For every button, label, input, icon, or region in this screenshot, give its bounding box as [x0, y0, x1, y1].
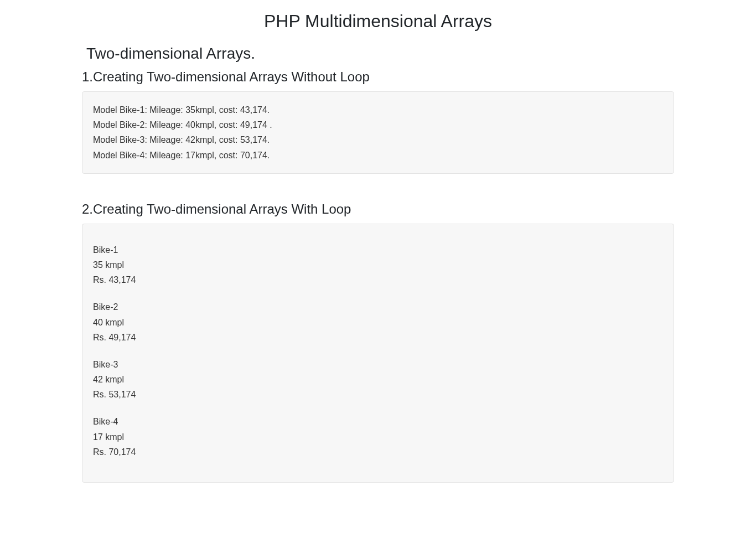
bike-cost: Rs. 70,174	[93, 444, 663, 459]
section-heading-with-loop: 2.Creating Two-dimensional Arrays With L…	[82, 201, 674, 217]
section-heading-without-loop: 1.Creating Two-dimensional Arrays Withou…	[82, 69, 674, 85]
page-title: PHP Multidimensional Arrays	[82, 11, 674, 32]
output-well-with-loop: Bike-1 35 kmpl Rs. 43,174 Bike-2 40 kmpl…	[82, 224, 674, 483]
output-line: Model Bike-1: Mileage: 35kmpl, cost: 43,…	[93, 102, 663, 117]
bike-model: Bike-4	[93, 414, 663, 429]
bike-cost: Rs. 43,174	[93, 272, 663, 287]
page-subtitle: Two-dimensional Arrays.	[86, 45, 674, 63]
bike-mileage: 35 kmpl	[93, 257, 663, 272]
main-container: PHP Multidimensional Arrays Two-dimensio…	[74, 11, 682, 483]
bike-model: Bike-3	[93, 357, 663, 372]
output-line: Model Bike-4: Mileage: 17kmpl, cost: 70,…	[93, 148, 663, 163]
bike-model: Bike-2	[93, 299, 663, 314]
bike-block: Bike-3 42 kmpl Rs. 53,174	[93, 357, 663, 402]
output-well-without-loop: Model Bike-1: Mileage: 35kmpl, cost: 43,…	[82, 91, 674, 174]
bike-cost: Rs. 53,174	[93, 387, 663, 402]
bike-cost: Rs. 49,174	[93, 330, 663, 345]
bike-block: Bike-2 40 kmpl Rs. 49,174	[93, 299, 663, 345]
output-line: Model Bike-3: Mileage: 42kmpl, cost: 53,…	[93, 132, 663, 147]
bike-mileage: 17 kmpl	[93, 430, 663, 444]
bike-mileage: 42 kmpl	[93, 372, 663, 387]
output-line: Model Bike-2: Mileage: 40kmpl, cost: 49,…	[93, 117, 663, 132]
bike-block: Bike-4 17 kmpl Rs. 70,174	[93, 414, 663, 459]
bike-block: Bike-1 35 kmpl Rs. 43,174	[93, 242, 663, 288]
bike-model: Bike-1	[93, 242, 663, 257]
bike-mileage: 40 kmpl	[93, 315, 663, 330]
